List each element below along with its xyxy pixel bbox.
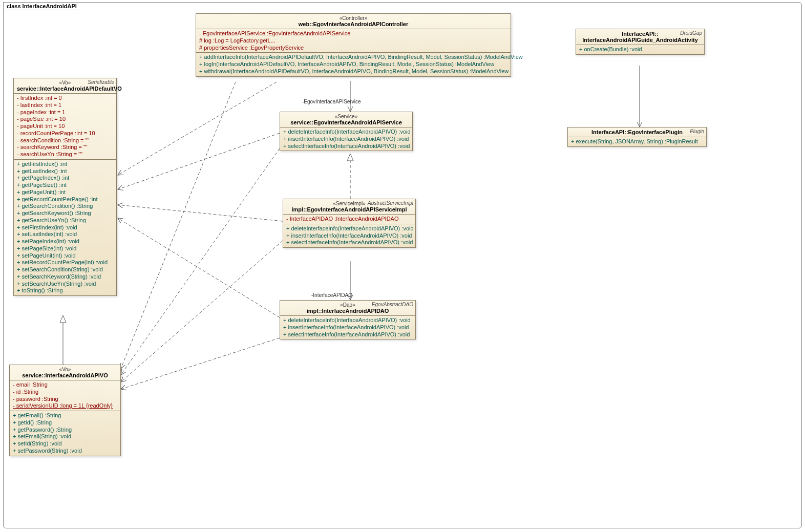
member-row: + getPageSize() :int <box>16 182 114 189</box>
operations: + deleteInterfaceInfo(InterfaceAndroidAP… <box>280 127 412 151</box>
class-plugin: Plugin InterfaceAPI::EgovInterfacePlugin… <box>567 127 707 147</box>
member-row: + toString() :String <box>16 287 114 294</box>
member-row: - EgovInterfaceAPIService :EgovInterface… <box>198 30 509 37</box>
member-row: - recordCountPerPage :int = 10 <box>16 130 114 137</box>
member-row: + deleteInterfaceInfo(InterfaceAndroidAP… <box>282 317 413 324</box>
member-row: + setEmail(String) :void <box>12 433 118 440</box>
member-row: + deleteInterfaceInfo(InterfaceAndroidAP… <box>285 225 413 232</box>
member-row: - pageSize :int = 10 <box>16 116 114 123</box>
member-row: + setSearchCondition(String) :void <box>16 266 114 273</box>
diagram-title: class InterfaceAndroidAPI <box>7 3 77 9</box>
member-row: + getSearchUseYn() :String <box>16 217 114 224</box>
member-row: + addInterfaceInfo(InterfaceAndroidAPIDe… <box>198 54 509 61</box>
member-row: - searchKeyword :String = "" <box>16 144 114 151</box>
member-row: + insertInterfaceInfo(InterfaceAndroidAP… <box>285 232 413 240</box>
member-row: + setId(String) :void <box>12 440 118 448</box>
operations: + execute(String, JSONArray, String) :Pl… <box>568 137 706 146</box>
member-row: + getPageUnit() :int <box>16 189 114 196</box>
attributes: - InterfaceAPIDAO :InterfaceAndroidAPIDA… <box>283 215 415 224</box>
class-apivo: «Vo» service::InterfaceAndroidAPIVO - em… <box>9 365 121 456</box>
member-row: + setRecordCountPerPage(int) :void <box>16 259 114 266</box>
member-row: # log :Log = LogFactory.getL... <box>198 37 509 45</box>
corner-label: Plugin <box>690 129 704 134</box>
class-title: InterfaceAPI::EgovInterfacePlugin <box>571 129 703 135</box>
member-row: - firstIndex :int = 0 <box>16 95 114 102</box>
member-row: + getFirstIndex() :int <box>16 161 114 168</box>
corner-label: AbstractServiceImpl <box>368 200 413 206</box>
member-row: + getRecordCountPerPage() :int <box>16 196 114 203</box>
member-row: - lastIndex :int = 1 <box>16 102 114 109</box>
member-row: + deleteInterfaceInfo(InterfaceAndroidAP… <box>282 129 410 136</box>
member-row: + getId() :String <box>12 419 118 427</box>
stereotype: «Service» <box>283 114 409 119</box>
member-row: + logIn(InterfaceAndroidAPIDefaultVO, In… <box>198 61 509 68</box>
member-row: + getPageIndex() :int <box>16 175 114 182</box>
attributes: - email :String- id :String- password :S… <box>10 380 120 411</box>
operations: + deleteInterfaceInfo(InterfaceAndroidAP… <box>283 224 415 247</box>
member-row: + setSearchKeyword(String) :void <box>16 273 114 281</box>
class-activity: DroidGap InterfaceAPI:: InterfaceAndroid… <box>576 29 705 55</box>
member-row: + onCreate(Bundle) :void <box>578 46 702 53</box>
operations: + getFirstIndex() :int+ getLastIndex() :… <box>14 160 116 295</box>
member-row: + insertInterfaceInfo(InterfaceAndroidAP… <box>282 136 410 143</box>
member-row: + getSearchKeyword() :String <box>16 210 114 217</box>
member-row: + setSearchUseYn(String) :void <box>16 281 114 288</box>
member-row: + setFirstIndex(int) :void <box>16 224 114 231</box>
member-row: - InterfaceAPIDAO :InterfaceAndroidAPIDA… <box>285 216 413 223</box>
class-service: «Service» service::EgovInterfaceAndroidA… <box>280 112 413 151</box>
corner-label: EgovAbstractDAO <box>372 302 413 307</box>
class-dao: EgovAbstractDAO «Dao» impl::InterfaceAnd… <box>280 300 416 339</box>
attributes: - firstIndex :int = 0- lastIndex :int = … <box>14 94 116 160</box>
member-row: + selectInterfaceInfo(InterfaceAndroidAP… <box>285 239 413 246</box>
member-row: + setPageSize(int) :void <box>16 245 114 252</box>
member-row: + setPageIndex(int) :void <box>16 238 114 245</box>
member-row: + setLastIndex(int) :void <box>16 231 114 238</box>
class-title: impl::InterfaceAndroidAPIDAO <box>283 308 412 314</box>
class-title-line2: InterfaceAndroidAPIGuide_AndroidActivity <box>579 37 701 43</box>
class-serviceimpl: AbstractServiceImpl «ServiceImpl» impl::… <box>283 199 416 248</box>
class-title: service::InterfaceAndroidAPIVO <box>13 372 117 378</box>
member-row: - pageIndex :int = 1 <box>16 109 114 116</box>
diagram-title-tab: class InterfaceAndroidAPI <box>3 2 84 10</box>
member-row: + selectInterfaceInfo(InterfaceAndroidAP… <box>282 331 413 338</box>
operations: + getEmail() :String+ getId() :String+ g… <box>10 411 120 456</box>
class-title: impl::EgovInterfaceAndroidAPIServiceImpl <box>286 206 412 212</box>
stereotype: «Vo» <box>13 367 117 372</box>
class-defaultvo: Serializable «Vo» service::InterfaceAndr… <box>13 78 117 296</box>
member-row: + execute(String, JSONArray, String) :Pl… <box>570 138 704 145</box>
member-row: + selectInterfaceInfo(InterfaceAndroidAP… <box>282 143 410 150</box>
class-title: service::InterfaceAndroidAPIDefaultVO <box>17 86 113 92</box>
corner-label: Serializable <box>88 79 114 85</box>
member-row: + getPassword() :String <box>12 427 118 434</box>
diagram-frame: class InterfaceAndroidAPI <box>3 2 802 528</box>
operations: + onCreate(Bundle) :void <box>576 45 704 54</box>
member-row: + getSearchCondition() :String <box>16 203 114 210</box>
member-row: + withdrawal(InterfaceAndroidAPIDefaultV… <box>198 68 509 75</box>
operations: + deleteInterfaceInfo(InterfaceAndroidAP… <box>280 316 415 339</box>
member-row: + setPageUnit(int) :void <box>16 252 114 260</box>
member-row: + setPassword(String) :void <box>12 448 118 455</box>
class-title: web::EgovInterfaceAndroidAPIController <box>199 21 507 27</box>
stereotype: «Controller» <box>199 15 507 21</box>
member-row: - searchCondition :String = "" <box>16 137 114 144</box>
static-attr: - serialVersionUID :long = 1L {readOnly} <box>12 402 118 410</box>
corner-label: DroidGap <box>680 30 702 36</box>
member-row: - email :String <box>12 381 118 389</box>
class-title: service::EgovInterfaceAndroidAPIService <box>283 119 409 125</box>
member-row: + insertInterfaceInfo(InterfaceAndroidAP… <box>282 324 413 331</box>
member-row: - pageUnit :int = 10 <box>16 123 114 130</box>
class-controller: «Controller» web::EgovInterfaceAndroidAP… <box>196 13 511 77</box>
member-row: - searchUseYn :String = "" <box>16 151 114 158</box>
member-row: + getLastIndex() :int <box>16 168 114 175</box>
member-row: - password :String <box>12 396 118 403</box>
operations: + addInterfaceInfo(InterfaceAndroidAPIDe… <box>196 53 511 76</box>
member-row: + getEmail() :String <box>12 412 118 419</box>
member-row: - id :String <box>12 389 118 396</box>
member-row: # propertiesService :EgovPropertyService <box>198 45 509 52</box>
attributes: - EgovInterfaceAPIService :EgovInterface… <box>196 29 511 53</box>
